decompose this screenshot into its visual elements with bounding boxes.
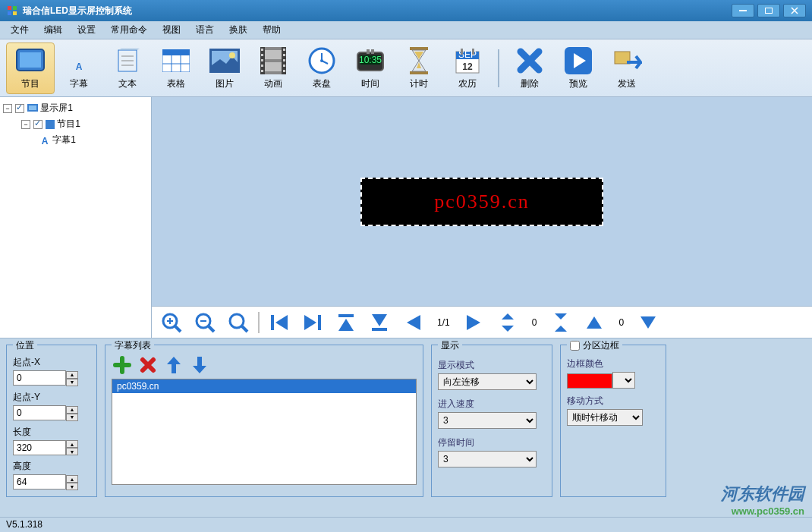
pos-w-input[interactable] bbox=[13, 440, 66, 455]
move-down-button[interactable] bbox=[189, 354, 210, 376]
notepad-icon bbox=[112, 46, 143, 76]
svg-point-20 bbox=[229, 52, 235, 58]
pos-w-up[interactable]: ▲ bbox=[66, 440, 78, 448]
first-button[interactable] bbox=[266, 310, 293, 335]
tree-subtitle[interactable]: A 字幕1 bbox=[3, 132, 148, 148]
svg-rect-56 bbox=[46, 120, 55, 129]
pos-x-down[interactable]: ▼ bbox=[66, 379, 78, 386]
close-button[interactable] bbox=[783, 4, 806, 17]
svg-point-65 bbox=[230, 314, 244, 328]
toolbar-subtitle[interactable]: A字幕 bbox=[55, 42, 103, 94]
pos-h-input[interactable] bbox=[13, 474, 66, 490]
last-button[interactable] bbox=[299, 310, 326, 335]
preview-canvas[interactable]: pc0359.cn bbox=[152, 97, 812, 306]
svg-line-63 bbox=[209, 326, 214, 332]
menu-settings[interactable]: 设置 bbox=[70, 22, 103, 38]
zoom-out-button[interactable] bbox=[191, 310, 219, 335]
position-panel: 位置 起点-X ▲▼ 起点-Y ▲▼ 长度 ▲▼ 高度 ▲▼ bbox=[6, 345, 97, 497]
pos-w-down[interactable]: ▼ bbox=[66, 448, 78, 455]
version-label: V5.1.318 bbox=[6, 519, 42, 530]
menu-commands[interactable]: 常用命令 bbox=[103, 22, 155, 38]
toolbar-time[interactable]: 10:35时间 bbox=[346, 42, 395, 94]
toolbar-image[interactable]: 图片 bbox=[200, 42, 249, 94]
svg-rect-26 bbox=[261, 54, 263, 56]
toolbar-delete[interactable]: 删除 bbox=[505, 42, 554, 94]
enter-speed-select[interactable]: 3 bbox=[438, 412, 537, 429]
maximize-button[interactable] bbox=[757, 4, 780, 17]
table-icon bbox=[161, 46, 191, 76]
clock-icon bbox=[307, 46, 337, 76]
up-button[interactable] bbox=[581, 310, 608, 335]
pos-y-up[interactable]: ▲ bbox=[66, 406, 78, 414]
toolbar-send[interactable]: 发送 bbox=[603, 42, 651, 94]
menu-edit[interactable]: 编辑 bbox=[36, 22, 70, 38]
svg-rect-2 bbox=[8, 11, 11, 15]
toolbar-dial[interactable]: 表盘 bbox=[297, 42, 346, 94]
program-icon bbox=[46, 120, 55, 129]
svg-rect-50 bbox=[461, 49, 463, 55]
menu-skin[interactable]: 换肤 bbox=[222, 22, 255, 38]
down-button[interactable] bbox=[634, 310, 662, 335]
titlebar: 瑞合信LED显示屏控制系统 bbox=[0, 0, 812, 21]
menu-view[interactable]: 视图 bbox=[155, 22, 188, 38]
toolbar-program[interactable]: 节目 bbox=[6, 42, 55, 94]
minimize-button[interactable] bbox=[732, 4, 754, 17]
border-move-select[interactable]: 顺时针移动 bbox=[567, 409, 643, 426]
hourglass-icon bbox=[404, 46, 434, 76]
film-icon bbox=[258, 46, 288, 76]
svg-rect-23 bbox=[265, 50, 282, 59]
toolbar: 节目 A字幕 文本 表格 图片 动画 表盘 10:35时间 计时 SEP12农历… bbox=[0, 39, 812, 97]
svg-rect-68 bbox=[318, 315, 321, 330]
arrow-top-button[interactable] bbox=[332, 310, 360, 335]
arrow-bottom-button[interactable] bbox=[366, 310, 393, 335]
svg-rect-5 bbox=[766, 8, 773, 14]
pos-x-input[interactable] bbox=[13, 370, 66, 386]
svg-rect-0 bbox=[8, 6, 11, 10]
page-indicator: 1/1 bbox=[433, 317, 455, 328]
next-button[interactable] bbox=[461, 310, 488, 335]
zoom-in-button[interactable] bbox=[158, 310, 185, 335]
pos-y-down[interactable]: ▼ bbox=[66, 414, 78, 421]
menu-file[interactable]: 文件 bbox=[3, 22, 36, 38]
toolbar-calendar[interactable]: SEP12农历 bbox=[443, 42, 492, 94]
menu-help[interactable]: 帮助 bbox=[255, 22, 288, 38]
border-color-select[interactable] bbox=[612, 372, 635, 389]
prev-button[interactable] bbox=[399, 310, 426, 335]
digiclock-icon: 10:35 bbox=[355, 46, 386, 76]
border-color-swatch[interactable] bbox=[567, 373, 612, 389]
zoom-reset-button[interactable] bbox=[225, 310, 252, 335]
pos-h-down[interactable]: ▼ bbox=[66, 483, 78, 490]
move-up-button[interactable] bbox=[163, 354, 184, 376]
display-mode-select[interactable]: 向左连移 bbox=[438, 373, 537, 390]
svg-text:A: A bbox=[76, 61, 83, 72]
svg-rect-44 bbox=[410, 47, 428, 50]
menu-language[interactable]: 语言 bbox=[188, 22, 222, 38]
pos-x-up[interactable]: ▲ bbox=[66, 371, 78, 379]
toolbar-timer[interactable]: 计时 bbox=[395, 42, 443, 94]
subtitle-listbox[interactable]: pc0359.cn bbox=[112, 379, 417, 485]
toolbar-preview[interactable]: 预览 bbox=[554, 42, 603, 94]
tree-display[interactable]: − 显示屏1 bbox=[3, 100, 148, 116]
list-item[interactable]: pc0359.cn bbox=[112, 379, 416, 393]
svg-rect-45 bbox=[410, 71, 428, 74]
stay-time-select[interactable]: 3 bbox=[438, 451, 537, 467]
menubar: 文件 编辑 设置 常用命令 视图 语言 换肤 帮助 bbox=[0, 21, 812, 39]
toolbar-animation[interactable]: 动画 bbox=[249, 42, 297, 94]
toolbar-table[interactable]: 表格 bbox=[152, 42, 200, 94]
svg-rect-67 bbox=[271, 315, 274, 330]
pos-h-up[interactable]: ▲ bbox=[66, 475, 78, 483]
value-2: 0 bbox=[614, 317, 628, 328]
monitor-icon bbox=[27, 104, 38, 113]
vspread-button[interactable] bbox=[494, 310, 521, 335]
zone-border-checkbox[interactable] bbox=[570, 341, 580, 351]
led-preview[interactable]: pc0359.cn bbox=[360, 178, 603, 226]
pos-y-input[interactable] bbox=[13, 405, 66, 420]
remove-button[interactable] bbox=[137, 354, 159, 376]
canvas-toolbar: 1/1 0 0 bbox=[152, 306, 812, 338]
toolbar-text[interactable]: 文本 bbox=[103, 42, 152, 94]
vcollapse-button[interactable] bbox=[547, 310, 574, 335]
svg-rect-32 bbox=[283, 59, 285, 61]
add-button[interactable] bbox=[112, 354, 133, 376]
svg-rect-29 bbox=[261, 70, 263, 72]
tree-program[interactable]: − 节目1 bbox=[3, 116, 148, 132]
